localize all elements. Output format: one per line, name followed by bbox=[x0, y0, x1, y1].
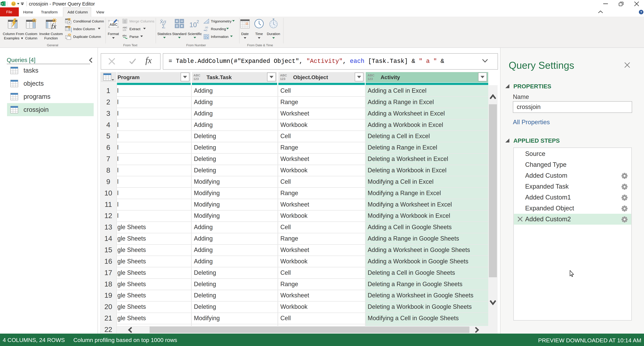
svg-text:≠: ≠ bbox=[69, 21, 70, 24]
svg-text:10: 10 bbox=[189, 21, 197, 28]
svg-text:ABC: ABC bbox=[122, 26, 128, 29]
svg-text:.00: .00 bbox=[204, 26, 208, 29]
svg-text:fx: fx bbox=[51, 22, 56, 29]
svg-text:?: ? bbox=[640, 10, 642, 14]
svg-text:X: X bbox=[1, 2, 3, 5]
svg-text:2: 2 bbox=[196, 19, 199, 24]
svg-text:Σ: Σ bbox=[162, 23, 165, 29]
svg-text:3: 3 bbox=[204, 37, 206, 39]
